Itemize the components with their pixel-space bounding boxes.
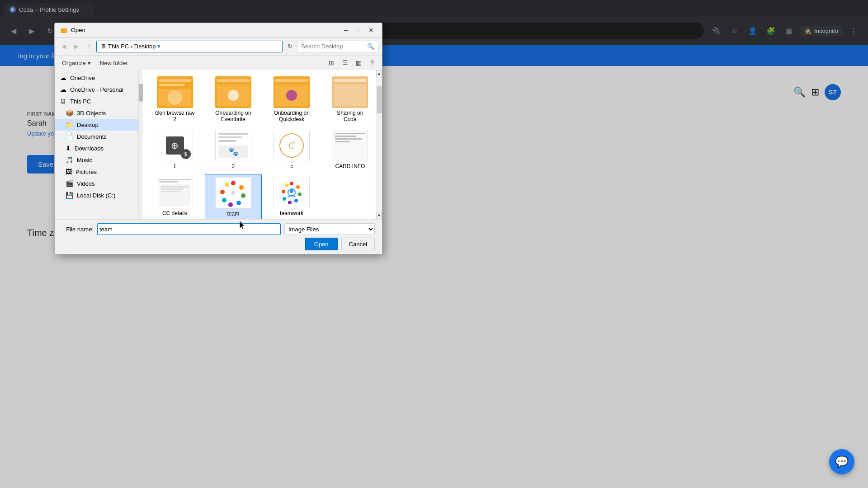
file-item-onboarding-quickdesk[interactable]: Onboarding on Quickdesk <box>264 74 320 125</box>
breadcrumb-bar[interactable]: 🖥 This PC › Desktop ▾ <box>96 41 283 52</box>
file-name: 2 <box>232 163 235 169</box>
dialog-up-button[interactable]: ↑ <box>84 41 94 52</box>
organize-label: Organize <box>62 60 86 66</box>
maximize-button[interactable]: □ <box>353 26 364 35</box>
organize-arrow: ▾ <box>88 60 91 66</box>
file-type-select[interactable]: Image Files <box>284 223 375 235</box>
nav-item-label: 3D Objects <box>77 110 106 117</box>
nav-item-pictures[interactable]: 🖼 Pictures <box>55 166 138 178</box>
nav-item-downloads[interactable]: ⬇ Downloads <box>55 142 138 154</box>
details-pane-button[interactable]: ▦ <box>352 57 365 68</box>
nav-item-onedrive-personal[interactable]: ☁ OneDrive - Personal <box>55 84 138 95</box>
team-icon-svg <box>219 178 248 207</box>
svg-point-15 <box>231 191 235 195</box>
file-item-teamwork[interactable]: teamwork <box>264 174 320 219</box>
svg-point-26 <box>290 189 293 193</box>
svg-point-18 <box>296 185 300 189</box>
svg-point-14 <box>225 183 229 187</box>
file-name: team <box>227 211 240 217</box>
dialog-footer: File name: Image Files Open Cancel <box>55 219 382 254</box>
svg-rect-3 <box>61 28 63 30</box>
nav-item-label: Music <box>77 157 92 164</box>
svg-point-9 <box>241 193 245 198</box>
nav-item-documents[interactable]: 📄 Documents <box>55 131 138 142</box>
file-name: CARD INFO <box>335 163 365 169</box>
file-name: Onboarding on Eventbrite <box>213 110 254 122</box>
file-item-1[interactable]: ⊕ $ 1 <box>146 127 203 172</box>
view-toggle-button[interactable]: ⊞ <box>325 57 338 68</box>
file-thumbnail: C <box>274 130 310 161</box>
dialog-title-text: Open <box>71 27 85 33</box>
folder-icon <box>60 27 67 34</box>
file-item-gen-browse[interactable]: Gen browse raw 2 <box>146 74 203 125</box>
svg-point-8 <box>239 185 244 190</box>
music-icon: 🎵 <box>66 156 73 164</box>
nav-item-label: This PC <box>70 98 91 105</box>
file-thumbnail <box>332 76 368 108</box>
documents-icon: 📄 <box>66 133 73 140</box>
file-area: ▲ ▼ <box>143 70 382 219</box>
view-icon-group: ⊞ ☰ ▦ ? <box>325 57 378 68</box>
dialog-forward-button[interactable]: ▶ <box>71 41 82 52</box>
svg-point-19 <box>298 192 302 196</box>
dialog-nav-toolbar: ◀ ▶ ↑ 🖥 This PC › Desktop ▾ ↻ 🔍 <box>55 38 382 56</box>
nav-item-3d-objects[interactable]: 📦 3D Objects <box>55 107 138 119</box>
svg-point-17 <box>290 182 293 185</box>
nav-item-label: Local Disk (C:) <box>77 192 115 199</box>
file-thumbnail <box>274 76 310 108</box>
file-thumbnail <box>157 76 193 108</box>
dialog-body: ☁ OneDrive ☁ OneDrive - Personal 🖥 This … <box>55 70 382 219</box>
nav-item-local-disk[interactable]: 💾 Local Disk (C:) <box>55 189 138 201</box>
file-thumbnail: 🐾 <box>215 130 251 161</box>
chat-button[interactable]: 💬 <box>829 449 854 474</box>
cancel-button[interactable]: Cancel <box>341 238 375 250</box>
help-button[interactable]: ? <box>366 57 378 68</box>
dialog-nav-list: ☁ OneDrive ☁ OneDrive - Personal 🖥 This … <box>55 70 138 219</box>
file-item-c[interactable]: C c <box>264 127 320 172</box>
svg-point-20 <box>294 199 298 202</box>
nav-item-videos[interactable]: 🎬 Videos <box>55 178 138 189</box>
dialog-overlay: Open ─ □ ✕ ◀ ▶ ↑ 🖥 This PC › Desktop ▾ ↻… <box>0 0 868 488</box>
file-item-card-info[interactable]: CARD INFO <box>322 127 378 172</box>
file-item-team[interactable]: team <box>205 174 261 219</box>
file-item-onboarding-eventbrite[interactable]: Onboarding on Eventbrite <box>205 74 261 125</box>
pictures-icon: 🖼 <box>66 168 72 175</box>
nav-item-onedrive[interactable]: ☁ OneDrive <box>55 72 138 84</box>
teamwork-icon-svg <box>277 178 306 207</box>
file-scrollbar[interactable]: ▲ ▼ <box>376 70 382 219</box>
dialog-back-button[interactable]: ◀ <box>58 41 69 52</box>
3d-objects-icon: 📦 <box>66 109 73 117</box>
new-folder-button[interactable]: New folder <box>96 57 132 68</box>
onedrive-personal-icon: ☁ <box>60 86 66 93</box>
file-item-cc-details[interactable]: CC details <box>146 174 203 219</box>
nav-item-desktop[interactable]: 📁 Desktop <box>55 119 138 131</box>
open-button[interactable]: Open <box>305 238 338 250</box>
file-item-2[interactable]: 🐾 2 <box>205 127 261 172</box>
sort-button[interactable]: ☰ <box>339 57 351 68</box>
scroll-up-button[interactable]: ▲ <box>376 70 382 77</box>
nav-item-music[interactable]: 🎵 Music <box>55 154 138 166</box>
onedrive-icon: ☁ <box>60 74 66 81</box>
this-pc-icon: 🖥 <box>60 98 66 105</box>
svg-point-21 <box>288 201 292 204</box>
file-grid: Gen browse raw 2 Onboarding on Eventbri <box>143 70 382 219</box>
svg-point-22 <box>283 197 286 201</box>
downloads-icon: ⬇ <box>66 145 71 152</box>
nav-item-this-pc[interactable]: 🖥 This PC <box>55 95 138 107</box>
nav-scrollbar[interactable] <box>138 70 143 219</box>
file-thumbnail <box>157 177 193 208</box>
scroll-down-button[interactable]: ▼ <box>376 212 382 219</box>
search-box[interactable]: 🔍 <box>297 41 378 52</box>
file-name-input[interactable] <box>97 223 281 235</box>
file-item-sharing-coda[interactable]: Sharing on Coda <box>322 74 378 125</box>
file-open-dialog: Open ─ □ ✕ ◀ ▶ ↑ 🖥 This PC › Desktop ▾ ↻… <box>54 23 382 254</box>
svg-point-13 <box>220 190 225 194</box>
file-thumbnail <box>215 76 251 108</box>
footer-row1: File name: Image Files <box>62 223 375 235</box>
search-input[interactable] <box>301 43 365 50</box>
svg-point-23 <box>282 190 285 193</box>
organize-button[interactable]: Organize ▾ <box>58 57 94 68</box>
minimize-button[interactable]: ─ <box>340 26 351 35</box>
dialog-refresh-button[interactable]: ↻ <box>284 41 295 52</box>
close-button[interactable]: ✕ <box>366 26 377 35</box>
